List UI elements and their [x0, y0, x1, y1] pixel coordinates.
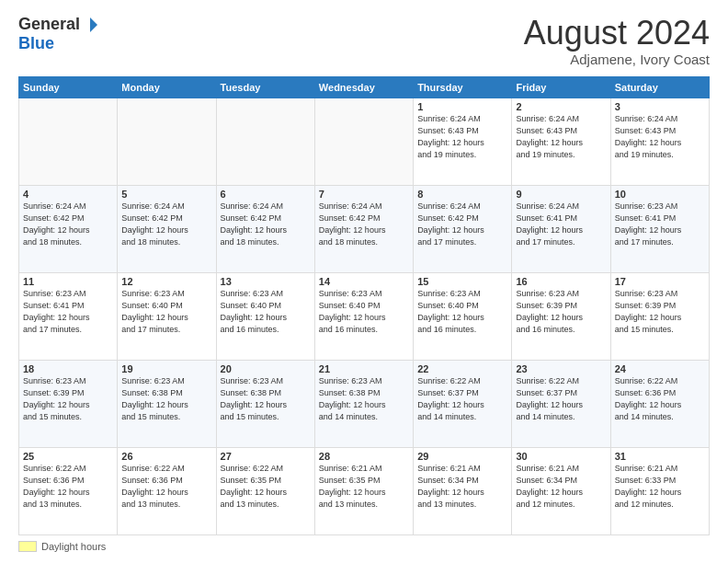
table-row: 18Sunrise: 6:23 AM Sunset: 6:39 PM Dayli… — [19, 360, 118, 447]
calendar-week-row: 18Sunrise: 6:23 AM Sunset: 6:39 PM Dayli… — [19, 360, 710, 447]
table-row: 24Sunrise: 6:22 AM Sunset: 6:36 PM Dayli… — [610, 360, 709, 447]
page-header: General Blue August 2024 Adjamene, Ivory… — [18, 15, 710, 67]
day-info: Sunrise: 6:23 AM Sunset: 6:39 PM Dayligh… — [516, 288, 606, 336]
table-row: 26Sunrise: 6:22 AM Sunset: 6:36 PM Dayli… — [118, 447, 216, 534]
day-info: Sunrise: 6:22 AM Sunset: 6:37 PM Dayligh… — [417, 375, 507, 423]
day-info: Sunrise: 6:23 AM Sunset: 6:38 PM Dayligh… — [221, 375, 311, 423]
calendar-table: Sunday Monday Tuesday Wednesday Thursday… — [18, 76, 710, 535]
day-info: Sunrise: 6:23 AM Sunset: 6:41 PM Dayligh… — [615, 201, 705, 248]
calendar-header-row: Sunday Monday Tuesday Wednesday Thursday… — [19, 76, 710, 98]
day-number: 30 — [516, 451, 606, 462]
table-row: 6Sunrise: 6:24 AM Sunset: 6:42 PM Daylig… — [216, 185, 314, 272]
col-saturday: Saturday — [610, 76, 709, 98]
table-row: 4Sunrise: 6:24 AM Sunset: 6:42 PM Daylig… — [19, 185, 118, 272]
day-info: Sunrise: 6:24 AM Sunset: 6:43 PM Dayligh… — [417, 113, 507, 161]
table-row: 21Sunrise: 6:23 AM Sunset: 6:38 PM Dayli… — [314, 360, 413, 447]
day-info: Sunrise: 6:22 AM Sunset: 6:36 PM Dayligh… — [121, 463, 211, 511]
table-row: 19Sunrise: 6:23 AM Sunset: 6:38 PM Dayli… — [118, 360, 216, 447]
table-row: 5Sunrise: 6:24 AM Sunset: 6:42 PM Daylig… — [118, 185, 216, 272]
day-number: 18 — [23, 363, 113, 374]
logo-general-text: General — [18, 15, 80, 34]
day-info: Sunrise: 6:22 AM Sunset: 6:35 PM Dayligh… — [221, 463, 311, 511]
table-row: 13Sunrise: 6:23 AM Sunset: 6:40 PM Dayli… — [216, 272, 314, 360]
day-number: 17 — [615, 276, 705, 287]
calendar-week-row: 1Sunrise: 6:24 AM Sunset: 6:43 PM Daylig… — [19, 98, 710, 185]
col-tuesday: Tuesday — [216, 76, 314, 98]
day-number: 7 — [319, 189, 409, 200]
day-number: 2 — [516, 101, 606, 112]
day-info: Sunrise: 6:23 AM Sunset: 6:39 PM Dayligh… — [23, 375, 113, 423]
col-wednesday: Wednesday — [314, 76, 413, 98]
month-year-title: August 2024 — [524, 15, 710, 52]
day-info: Sunrise: 6:23 AM Sunset: 6:39 PM Dayligh… — [615, 288, 705, 336]
day-number: 19 — [121, 363, 211, 374]
table-row: 14Sunrise: 6:23 AM Sunset: 6:40 PM Dayli… — [314, 272, 413, 360]
daylight-label: Daylight hours — [41, 541, 106, 552]
table-row: 23Sunrise: 6:22 AM Sunset: 6:37 PM Dayli… — [512, 360, 610, 447]
day-info: Sunrise: 6:23 AM Sunset: 6:40 PM Dayligh… — [319, 288, 409, 336]
day-info: Sunrise: 6:23 AM Sunset: 6:38 PM Dayligh… — [319, 375, 409, 423]
day-info: Sunrise: 6:21 AM Sunset: 6:34 PM Dayligh… — [516, 463, 606, 511]
day-number: 3 — [615, 101, 705, 112]
day-number: 8 — [417, 189, 507, 200]
day-number: 6 — [221, 189, 311, 200]
table-row: 3Sunrise: 6:24 AM Sunset: 6:43 PM Daylig… — [610, 98, 709, 185]
day-number: 5 — [121, 189, 211, 200]
day-number: 22 — [417, 363, 507, 374]
daylight-swatch — [18, 541, 37, 552]
table-row: 2Sunrise: 6:24 AM Sunset: 6:43 PM Daylig… — [512, 98, 610, 185]
location-subtitle: Adjamene, Ivory Coast — [524, 52, 710, 67]
col-friday: Friday — [512, 76, 610, 98]
table-row — [19, 98, 118, 185]
table-row: 16Sunrise: 6:23 AM Sunset: 6:39 PM Dayli… — [512, 272, 610, 360]
calendar-week-row: 11Sunrise: 6:23 AM Sunset: 6:41 PM Dayli… — [19, 272, 710, 360]
day-number: 23 — [516, 363, 606, 374]
table-row: 7Sunrise: 6:24 AM Sunset: 6:42 PM Daylig… — [314, 185, 413, 272]
table-row: 27Sunrise: 6:22 AM Sunset: 6:35 PM Dayli… — [216, 447, 314, 534]
day-number: 4 — [23, 189, 113, 200]
col-monday: Monday — [118, 76, 216, 98]
table-row — [314, 98, 413, 185]
day-number: 24 — [615, 363, 705, 374]
day-number: 26 — [121, 451, 211, 462]
day-info: Sunrise: 6:22 AM Sunset: 6:37 PM Dayligh… — [516, 375, 606, 423]
day-number: 31 — [615, 451, 705, 462]
day-info: Sunrise: 6:21 AM Sunset: 6:35 PM Dayligh… — [319, 463, 409, 511]
day-info: Sunrise: 6:24 AM Sunset: 6:42 PM Dayligh… — [23, 201, 113, 248]
day-number: 27 — [221, 451, 311, 462]
day-number: 20 — [221, 363, 311, 374]
table-row: 1Sunrise: 6:24 AM Sunset: 6:43 PM Daylig… — [414, 98, 512, 185]
day-info: Sunrise: 6:24 AM Sunset: 6:43 PM Dayligh… — [615, 113, 705, 161]
table-row — [216, 98, 314, 185]
day-number: 21 — [319, 363, 409, 374]
day-number: 29 — [417, 451, 507, 462]
table-row: 10Sunrise: 6:23 AM Sunset: 6:41 PM Dayli… — [610, 185, 709, 272]
table-row: 17Sunrise: 6:23 AM Sunset: 6:39 PM Dayli… — [610, 272, 709, 360]
col-thursday: Thursday — [414, 76, 512, 98]
calendar-week-row: 4Sunrise: 6:24 AM Sunset: 6:42 PM Daylig… — [19, 185, 710, 272]
day-info: Sunrise: 6:23 AM Sunset: 6:40 PM Dayligh… — [417, 288, 507, 336]
logo-flag-icon — [82, 17, 98, 33]
day-info: Sunrise: 6:21 AM Sunset: 6:33 PM Dayligh… — [615, 463, 705, 511]
day-info: Sunrise: 6:23 AM Sunset: 6:40 PM Dayligh… — [121, 288, 211, 336]
day-info: Sunrise: 6:22 AM Sunset: 6:36 PM Dayligh… — [615, 375, 705, 423]
day-info: Sunrise: 6:23 AM Sunset: 6:41 PM Dayligh… — [23, 288, 113, 336]
day-info: Sunrise: 6:23 AM Sunset: 6:40 PM Dayligh… — [221, 288, 311, 336]
logo: General Blue — [18, 15, 98, 53]
day-info: Sunrise: 6:24 AM Sunset: 6:42 PM Dayligh… — [221, 201, 311, 248]
day-number: 15 — [417, 276, 507, 287]
day-info: Sunrise: 6:22 AM Sunset: 6:36 PM Dayligh… — [23, 463, 113, 511]
header-right: August 2024 Adjamene, Ivory Coast — [524, 15, 710, 67]
table-row: 11Sunrise: 6:23 AM Sunset: 6:41 PM Dayli… — [19, 272, 118, 360]
table-row: 9Sunrise: 6:24 AM Sunset: 6:41 PM Daylig… — [512, 185, 610, 272]
day-info: Sunrise: 6:24 AM Sunset: 6:41 PM Dayligh… — [516, 201, 606, 248]
table-row: 28Sunrise: 6:21 AM Sunset: 6:35 PM Dayli… — [314, 447, 413, 534]
day-number: 14 — [319, 276, 409, 287]
table-row: 31Sunrise: 6:21 AM Sunset: 6:33 PM Dayli… — [610, 447, 709, 534]
table-row: 20Sunrise: 6:23 AM Sunset: 6:38 PM Dayli… — [216, 360, 314, 447]
day-info: Sunrise: 6:21 AM Sunset: 6:34 PM Dayligh… — [417, 463, 507, 511]
calendar-footer: Daylight hours — [18, 541, 710, 552]
svg-marker-0 — [90, 17, 97, 32]
calendar-page: General Blue August 2024 Adjamene, Ivory… — [0, 0, 728, 563]
day-info: Sunrise: 6:24 AM Sunset: 6:42 PM Dayligh… — [319, 201, 409, 248]
